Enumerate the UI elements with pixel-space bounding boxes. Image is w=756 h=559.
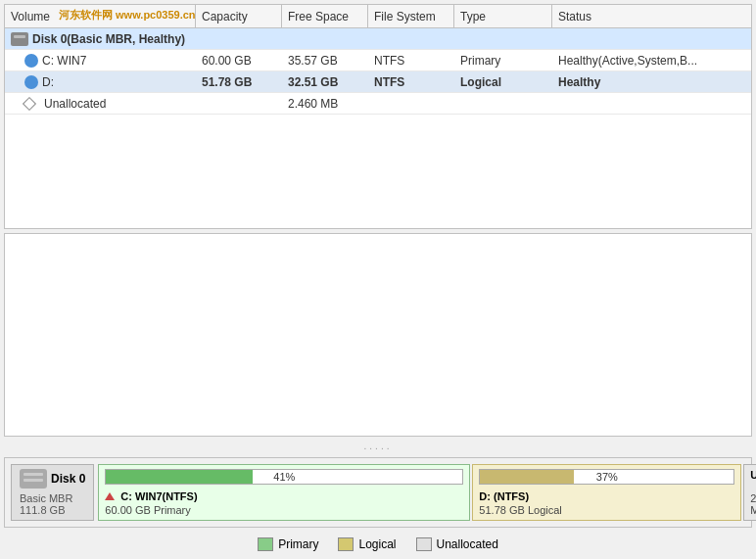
diamond-icon <box>23 96 36 110</box>
legend-logical-box <box>338 537 354 551</box>
legend-logical-label: Logical <box>358 537 396 551</box>
disk-row-filesystem <box>368 37 454 41</box>
table-body: Disk 0(Basic MBR, Healthy) C: WIN7 60.00… <box>5 28 751 115</box>
disk-row-type <box>454 37 552 41</box>
c-row-status: Healthy(Active,System,B... <box>552 52 751 70</box>
c-progress-label: 41% <box>106 470 462 484</box>
disk-icon-large: Disk 0 <box>20 469 85 489</box>
d-volume-label: D: <box>42 75 54 89</box>
col-header-volume: Volume <box>5 5 196 28</box>
unalloc-row-status <box>552 102 751 106</box>
legend-area: Primary Logical Unallocated <box>0 530 756 559</box>
main-container: Volume Capacity Free Space File System T… <box>0 0 756 559</box>
unalloc-row-volume: Unallocated <box>5 95 196 113</box>
volume-icon-c <box>24 54 38 68</box>
unalloc-row-filesystem <box>368 102 454 106</box>
unalloc-row-freespace: 2.460 MB <box>282 95 368 113</box>
disk-row-capacity <box>196 37 282 41</box>
d-partition-name: D: (NTFS) <box>479 490 734 502</box>
partition-unalloc[interactable]: Unalloca... 2.460 MB <box>743 464 756 521</box>
disk-map: Disk 0 Basic MBR 111.8 GB 41% C: WIN7(NT… <box>4 457 752 528</box>
disk-map-size: 111.8 GB <box>20 504 85 516</box>
legend-unalloc-label: Unallocated <box>437 537 498 551</box>
table-row[interactable]: Unallocated 2.460 MB <box>5 93 751 115</box>
partition-c[interactable]: 41% C: WIN7(NTFS) 60.00 GB Primary <box>98 464 470 521</box>
disk-row-freespace <box>282 37 368 41</box>
c-row-type: Primary <box>454 52 552 70</box>
c-progress-bar: 41% <box>105 469 463 485</box>
d-row-type: Logical <box>454 73 552 91</box>
c-row-capacity: 60.00 GB <box>196 52 282 70</box>
disk-info-box: Disk 0 Basic MBR 111.8 GB <box>11 464 94 521</box>
col-header-filesystem: File System <box>368 5 454 28</box>
d-progress-label: 37% <box>480 470 733 484</box>
partition-d[interactable]: 37% D: (NTFS) 51.78 GB Logical <box>472 464 741 521</box>
d-row-capacity: 51.78 GB <box>196 73 282 91</box>
d-row-filesystem: NTFS <box>368 73 454 91</box>
col-header-status: Status <box>552 5 751 28</box>
hdd-icon <box>20 469 47 489</box>
partitions-container: 41% C: WIN7(NTFS) 60.00 GB Primary 37% D… <box>98 464 745 521</box>
unalloc-row-type <box>454 102 552 106</box>
d-partition-detail: 51.78 GB Logical <box>479 504 734 516</box>
table-row[interactable]: C: WIN7 60.00 GB 35.57 GB NTFS Primary H… <box>5 50 751 71</box>
col-header-capacity: Capacity <box>196 5 282 28</box>
d-row-freespace: 32.51 GB <box>282 73 368 91</box>
disk-map-label: Disk 0 <box>51 472 85 486</box>
legend-logical: Logical <box>338 537 396 551</box>
d-row-status: Healthy <box>552 73 751 91</box>
legend-primary: Primary <box>258 537 318 551</box>
c-partition-name: C: WIN7(NTFS) <box>105 490 463 502</box>
disk-row-label: Disk 0(Basic MBR, Healthy) <box>32 32 185 46</box>
col-header-freespace: Free Space <box>282 5 368 28</box>
disk-map-type: Basic MBR <box>20 492 85 504</box>
empty-area <box>4 233 752 437</box>
volume-icon-d <box>24 75 38 89</box>
table-header: Volume Capacity Free Space File System T… <box>5 5 751 28</box>
c-row-freespace: 35.57 GB <box>282 52 368 70</box>
col-header-type: Type <box>454 5 552 28</box>
c-row-volume: C: WIN7 <box>5 52 196 70</box>
legend-primary-label: Primary <box>278 537 318 551</box>
c-partition-detail: 60.00 GB Primary <box>105 504 463 516</box>
disk-row-status <box>552 37 751 41</box>
win7-flag-icon <box>105 492 115 500</box>
c-volume-label: C: WIN7 <box>42 54 86 68</box>
disk-row-volume: Disk 0(Basic MBR, Healthy) <box>5 30 196 48</box>
table-row[interactable]: Disk 0(Basic MBR, Healthy) <box>5 28 751 50</box>
unalloc-row-capacity <box>196 102 282 106</box>
divider-dots: ..... <box>0 437 756 455</box>
d-row-volume: D: <box>5 73 196 91</box>
disk-icon <box>11 32 28 46</box>
c-row-filesystem: NTFS <box>368 52 454 70</box>
disk-table: Volume Capacity Free Space File System T… <box>4 4 752 229</box>
d-progress-bar: 37% <box>479 469 734 485</box>
legend-primary-box <box>258 537 273 551</box>
legend-unallocated: Unallocated <box>416 537 498 551</box>
table-row[interactable]: D: 51.78 GB 32.51 GB NTFS Logical Health… <box>5 71 751 93</box>
legend-unalloc-box <box>416 537 432 551</box>
unalloc-volume-label: Unallocated <box>44 97 106 111</box>
